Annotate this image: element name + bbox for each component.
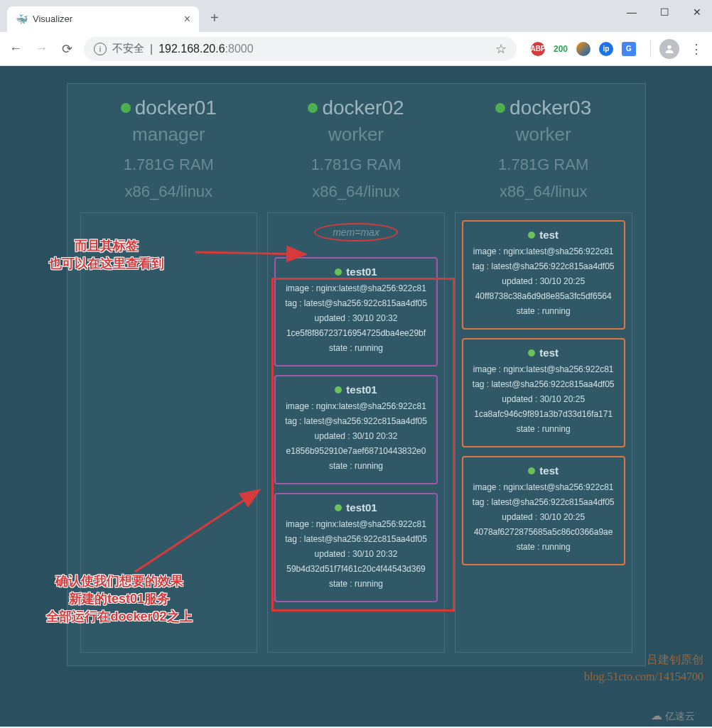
status-dot-icon (528, 467, 535, 474)
node-label-tag: mem=max (314, 223, 398, 241)
maximize-button[interactable]: ☐ (655, 3, 674, 21)
service-tag: tag : latest@sha256:922c815aa4df05 (280, 534, 432, 544)
node-body (80, 212, 258, 653)
node-title: docker01 (121, 97, 217, 119)
status-dot-icon (495, 103, 505, 113)
nav-bar: ← → ⟳ i 不安全 | 192.168.20.6:8000 ☆ ABP 20… (0, 32, 712, 66)
service-tag: tag : latest@sha256:922c815aa4df05 (468, 379, 620, 389)
service-state: state : running (280, 343, 432, 353)
service-id: 59b4d32d51f7f461c20c4f44543d369 (280, 564, 432, 574)
service-image: image : nginx:latest@sha256:922c81 (280, 401, 432, 411)
service-state: state : running (468, 424, 620, 434)
menu-button[interactable]: ⋮ (688, 40, 705, 58)
node-role: worker (516, 124, 571, 146)
service-state: state : running (280, 461, 432, 471)
back-button[interactable]: ← (7, 40, 24, 58)
service-updated: updated : 30/10 20:25 (468, 394, 620, 404)
service-state: state : running (468, 306, 620, 316)
node-role: manager (132, 124, 205, 146)
service-name: test01 (280, 384, 432, 396)
service-id: 4078af6272875685a5c86c0366a9ae (468, 527, 620, 537)
docker-favicon-icon: 🐳 (16, 13, 27, 25)
url-text: 192.168.20.6:8000 (158, 43, 253, 55)
node-ram: 1.781G RAM (498, 156, 588, 174)
service-updated: updated : 30/10 20:32 (280, 313, 432, 323)
service-tag: tag : latest@sha256:922c815aa4df05 (468, 261, 620, 271)
status-dot-icon (335, 504, 342, 511)
adblock-icon[interactable]: ABP (531, 42, 545, 56)
service-image: image : nginx:latest@sha256:922c81 (280, 283, 432, 293)
status-dot-icon (335, 268, 342, 276)
insecure-label: 不安全 (112, 42, 144, 55)
google-translate-icon[interactable]: G (622, 42, 636, 56)
service-card-test01: test01 image : nginx:latest@sha256:922c8… (274, 257, 438, 366)
tab-title: Visualizer (33, 13, 178, 24)
service-name: test (468, 347, 620, 359)
node-title: docker03 (495, 97, 591, 119)
service-name: test (468, 464, 620, 477)
service-updated: updated : 30/10 20:25 (468, 276, 620, 286)
service-card-test01: test01 image : nginx:latest@sha256:922c8… (274, 493, 438, 602)
close-window-button[interactable]: ✕ (688, 3, 706, 21)
status-dot-icon (308, 103, 318, 113)
service-updated: updated : 30/10 20:32 (280, 549, 432, 559)
service-tag: tag : latest@sha256:922c815aa4df05 (280, 416, 432, 426)
status-dot-icon (528, 232, 535, 239)
service-id: e1856b952910e7aef68710443832e0 (280, 446, 432, 456)
service-name: test01 (280, 501, 432, 514)
reload-button[interactable]: ⟳ (58, 40, 75, 58)
service-state: state : running (280, 579, 432, 589)
service-image: image : nginx:latest@sha256:922c81 (468, 482, 620, 492)
tab-bar: 🐳 Visualizer × + — ☐ ✕ (0, 0, 712, 32)
service-id: 1ce5f8f86723716954725dba4ee29bf (280, 328, 432, 338)
service-card-test: test image : nginx:latest@sha256:922c81 … (462, 220, 625, 330)
service-tag: tag : latest@sha256:922c815aa4df05 (468, 497, 620, 507)
close-icon[interactable]: × (184, 13, 190, 26)
service-tag: tag : latest@sha256:922c815aa4df05 (280, 298, 432, 308)
node-arch: x86_64/linux (500, 183, 588, 201)
browser-tab[interactable]: 🐳 Visualizer × (7, 6, 199, 32)
swarm-container: docker01 manager 1.781G RAM x86_64/linux… (67, 83, 646, 666)
service-name: test01 (280, 266, 432, 278)
node-arch: x86_64/linux (312, 183, 400, 201)
service-state: state : running (468, 542, 620, 552)
node-docker02: docker02 worker 1.781G RAM x86_64/linux … (267, 97, 445, 653)
status-dot-icon (335, 386, 342, 393)
browser-chrome: 🐳 Visualizer × + — ☐ ✕ ← → ⟳ i 不安全 | 192… (0, 0, 712, 66)
service-image: image : nginx:latest@sha256:922c81 (280, 519, 432, 529)
service-id: 40ff8738c38a6d9d8e85a3fc5df6564 (468, 291, 620, 301)
node-docker01: docker01 manager 1.781G RAM x86_64/linux (80, 97, 258, 653)
site-info-icon[interactable]: i (94, 43, 107, 55)
service-card-test: test image : nginx:latest@sha256:922c81 … (462, 338, 625, 447)
status-dot-icon (528, 349, 535, 357)
address-bar[interactable]: i 不安全 | 192.168.20.6:8000 ☆ (84, 37, 517, 61)
new-tab-button[interactable]: + (210, 10, 219, 26)
node-role: worker (328, 124, 384, 146)
node-body: test image : nginx:latest@sha256:922c81 … (455, 212, 632, 653)
service-image: image : nginx:latest@sha256:922c81 (468, 364, 620, 374)
status-200-icon[interactable]: 200 (554, 42, 568, 56)
service-image: image : nginx:latest@sha256:922c81 (468, 246, 620, 256)
node-ram: 1.781G RAM (311, 156, 401, 174)
node-docker03: docker03 worker 1.781G RAM x86_64/linux … (455, 97, 632, 653)
service-id: 1ca8afc946c9f891a3b7d33d16fa171 (468, 409, 620, 419)
window-controls: — ☐ ✕ (622, 3, 706, 21)
node-arch: x86_64/linux (125, 183, 213, 201)
avast-icon[interactable] (576, 42, 590, 56)
status-dot-icon (121, 103, 131, 113)
ip-icon[interactable]: ip (599, 42, 613, 56)
visualizer-page: docker01 manager 1.781G RAM x86_64/linux… (0, 66, 712, 727)
bookmark-icon[interactable]: ☆ (495, 41, 507, 57)
service-updated: updated : 30/10 20:32 (280, 431, 432, 441)
node-ram: 1.781G RAM (124, 156, 214, 174)
service-card-test: test image : nginx:latest@sha256:922c81 … (462, 456, 625, 565)
service-updated: updated : 30/10 20:25 (468, 512, 620, 522)
user-avatar-icon[interactable] (659, 39, 679, 59)
forward-button[interactable]: → (33, 40, 50, 58)
node-body: mem=max test01 image : nginx:latest@sha2… (267, 212, 445, 653)
svg-point-0 (667, 45, 671, 48)
extension-icons: ABP 200 ip G (531, 42, 636, 56)
minimize-button[interactable]: — (622, 3, 641, 21)
node-title: docker02 (308, 97, 404, 119)
service-name: test (468, 229, 620, 241)
